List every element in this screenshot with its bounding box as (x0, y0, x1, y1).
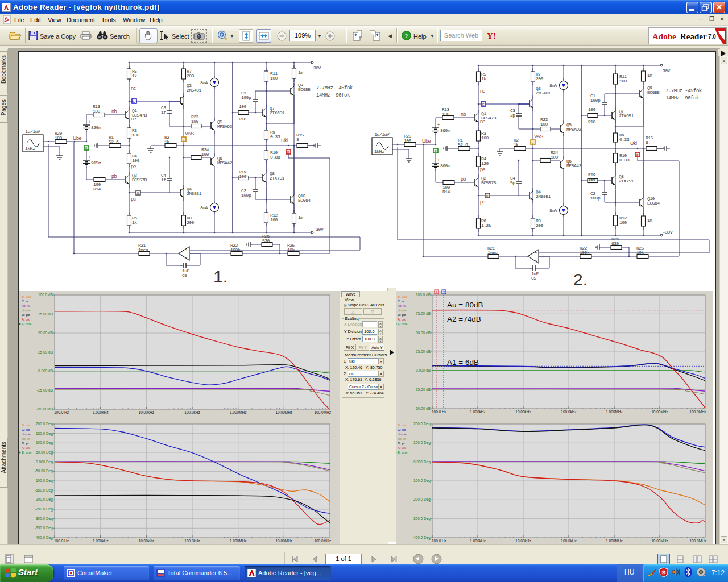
svg-text:1.2k: 1.2k (481, 223, 491, 228)
svg-text:100.0 Hz: 100.0 Hz (54, 539, 69, 543)
svg-text:2N5401: 2N5401 (187, 88, 202, 93)
svg-text:100.0kHz: 100.0kHz (184, 410, 200, 414)
svg-text:ne: ne (480, 119, 486, 124)
svg-text:+: + (185, 248, 188, 252)
svg-text:2TX751: 2TX751 (619, 178, 634, 184)
svg-text:ECG64: ECG64 (298, 198, 311, 203)
svg-text:A: uki: A: uki (22, 446, 30, 450)
svg-text:pb-pe: pb-pe (22, 309, 31, 312)
svg-text:0.33: 0.33 (619, 157, 630, 163)
svg-text:Au = 80dB: Au = 80dB (447, 301, 483, 309)
svg-text:7.7MHz -45fok: 7.7MHz -45fok (665, 88, 702, 94)
svg-text:52.6: 52.6 (458, 142, 468, 147)
svg-text:100: 100 (481, 135, 489, 140)
svg-text:0.88: 0.88 (270, 155, 280, 160)
svg-text:ECG55: ECG55 (647, 90, 660, 95)
svg-text:-200.0 Deg: -200.0 Deg (35, 497, 53, 502)
svg-text:0.000 dB: 0.000 dB (416, 368, 431, 372)
svg-text:C5: C5 (182, 273, 187, 278)
svg-text:100: 100 (442, 111, 450, 117)
svg-text:nb-ne: nb-ne (398, 433, 407, 436)
svg-text:-400.0 Deg: -400.0 Deg (35, 535, 53, 540)
svg-text:100: 100 (404, 138, 412, 143)
svg-text:1.000MHz: 1.000MHz (606, 539, 623, 543)
svg-text:100: 100 (270, 217, 278, 222)
svg-text:D: pc: D: pc (398, 442, 406, 445)
svg-text:Uki: Uki (281, 138, 288, 143)
svg-text:+: + (437, 123, 440, 127)
svg-text:10k: 10k (287, 247, 295, 252)
svg-text:100.0MHz: 100.0MHz (314, 539, 331, 543)
svg-text:25.00 dB: 25.00 dB (416, 350, 431, 354)
svg-text:1k: 1k (132, 220, 137, 225)
svg-text:630: 630 (611, 241, 619, 246)
svg-text:ECG64: ECG64 (647, 201, 660, 206)
svg-text:A: uki: A: uki (398, 318, 406, 321)
svg-text:0.000 Deg: 0.000 Deg (413, 460, 431, 464)
svg-text:120: 120 (481, 161, 489, 166)
svg-text:100: 100 (588, 107, 596, 112)
svg-text:10.00kHz: 10.00kHz (515, 539, 531, 543)
svg-text:50.00 dB: 50.00 dB (416, 331, 431, 335)
svg-text:8mA: 8mA (549, 208, 557, 213)
svg-text:10.00kHz: 10.00kHz (515, 410, 531, 414)
svg-text:100: 100 (588, 177, 596, 182)
svg-text:-50.00 Deg: -50.00 Deg (35, 469, 53, 473)
svg-text:pb: pb (111, 173, 117, 179)
svg-text:10.00MHz: 10.00MHz (651, 410, 668, 414)
svg-text:100k: 100k (580, 250, 590, 255)
svg-text:25.00 dB: 25.00 dB (38, 350, 53, 354)
svg-text:E: ube: E: ube (398, 322, 408, 326)
svg-text:100.0 Hz: 100.0 Hz (432, 410, 446, 414)
svg-text:1k: 1k (132, 73, 137, 78)
svg-text:915m: 915m (91, 160, 101, 165)
svg-text:8: 8 (646, 140, 648, 145)
svg-text:Uki: Uki (630, 140, 637, 146)
svg-text:0.000 Deg: 0.000 Deg (36, 460, 53, 464)
svg-text:2p: 2p (510, 113, 515, 118)
svg-text:1k: 1k (481, 76, 486, 81)
svg-text:-100.0 Deg: -100.0 Deg (35, 479, 53, 483)
svg-text:ECG55: ECG55 (298, 87, 311, 92)
svg-text:-300.0 Deg: -300.0 Deg (35, 517, 53, 521)
svg-text:-50.00 dB: -50.00 dB (415, 406, 431, 410)
svg-text:52.6: 52.6 (109, 139, 119, 144)
svg-text:100.0 dB: 100.0 dB (38, 293, 53, 297)
svg-text:2N5401: 2N5401 (536, 90, 551, 95)
svg-text:2.: 2. (573, 270, 588, 289)
svg-text:100k: 100k (230, 247, 241, 252)
svg-text:1.000MHz: 1.000MHz (606, 410, 623, 414)
svg-text:100: 100 (191, 119, 199, 124)
svg-text:8mA: 8mA (549, 83, 557, 88)
svg-text:+: + (88, 155, 90, 160)
svg-text:1k: 1k (514, 142, 519, 147)
svg-text:-30V: -30V (663, 230, 673, 235)
svg-text:-300.0 Deg: -300.0 Deg (412, 517, 431, 521)
svg-text:-50.00 dB: -50.00 dB (37, 407, 53, 411)
svg-text:10.00kHz: 10.00kHz (139, 539, 154, 543)
svg-text:1: 1 (436, 290, 437, 294)
svg-text:C: nc: C: nc (22, 428, 30, 431)
svg-text:7.7MHz -45fok: 7.7MHz -45fok (316, 85, 353, 91)
svg-text:100.0 dB: 100.0 dB (416, 293, 431, 297)
svg-text:100.0kHz: 100.0kHz (184, 539, 200, 543)
svg-text:C: nc: C: nc (398, 300, 406, 303)
svg-text:100p: 100p (241, 193, 251, 198)
svg-text:100p: 100p (590, 98, 601, 103)
svg-text:MPSA92: MPSA92 (217, 124, 233, 129)
svg-text:pc: pc (131, 196, 136, 202)
svg-text:+: + (88, 120, 90, 124)
svg-text:530: 530 (262, 238, 270, 243)
svg-text:30V: 30V (663, 68, 671, 73)
svg-text:-250.0 Deg: -250.0 Deg (35, 507, 53, 512)
svg-text:200.0 Deg: 200.0 Deg (36, 422, 53, 426)
svg-text:-25.00 dB: -25.00 dB (37, 388, 53, 392)
svg-text:100.0MHz: 100.0MHz (689, 539, 706, 543)
svg-text:100.0 Hz: 100.0 Hz (54, 410, 69, 414)
svg-text:-1u/1uV: -1u/1uV (372, 132, 390, 137)
svg-text:nb-ne: nb-ne (22, 304, 31, 307)
svg-text:MPSA42: MPSA42 (566, 163, 582, 168)
svg-text:-30V: -30V (313, 227, 324, 232)
svg-text:100.0MHz: 100.0MHz (314, 410, 331, 414)
svg-text:MPSA92: MPSA92 (566, 127, 582, 132)
